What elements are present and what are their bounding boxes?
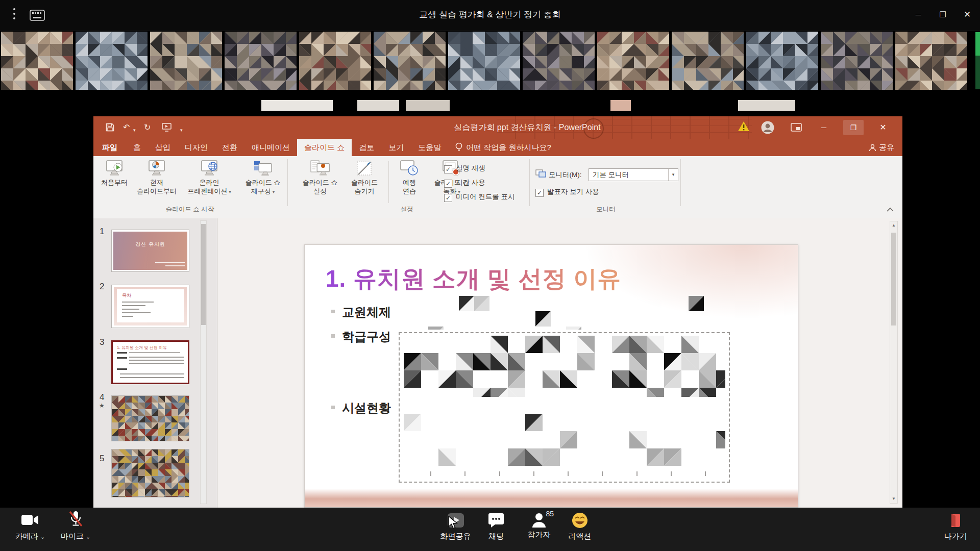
share-label: 공유 bbox=[879, 143, 894, 152]
share-button[interactable]: 공유 bbox=[869, 139, 894, 156]
app-close-button[interactable]: ✕ bbox=[959, 7, 976, 22]
slide-thumbnail-1[interactable]: 경산 유치원 bbox=[111, 230, 189, 272]
participant-video-partial bbox=[261, 100, 333, 111]
tab-design[interactable]: 디자인 bbox=[178, 139, 215, 156]
undo-caret-icon[interactable]: ▾ bbox=[133, 124, 136, 136]
tab-slideshow[interactable]: 슬라이드 쇼 bbox=[297, 139, 352, 156]
tab-insert[interactable]: 삽입 bbox=[148, 139, 178, 156]
slide-number: 3 bbox=[100, 337, 104, 347]
participant-video[interactable] bbox=[746, 32, 818, 90]
slide-thumbnail-5[interactable] bbox=[111, 449, 189, 497]
participant-video[interactable] bbox=[821, 32, 893, 90]
use-presenter-view-checkbox[interactable]: ✓발표자 보기 사용 bbox=[535, 187, 599, 196]
slide-decoration-bottom bbox=[305, 489, 798, 507]
participant-video-partial bbox=[610, 100, 631, 111]
ppt-restore-button[interactable]: ❐ bbox=[843, 120, 864, 135]
participant-video[interactable] bbox=[523, 32, 595, 90]
ppt-window-title: 실습평가회 ppt 경산유치원 - PowerPoint bbox=[420, 122, 634, 133]
censored-table-ticks bbox=[430, 471, 706, 476]
participant-video[interactable] bbox=[597, 32, 669, 90]
thumbnail-pane-scrollbar[interactable] bbox=[200, 220, 207, 504]
editor-scrollbar[interactable]: ▲ ▼ bbox=[890, 221, 898, 504]
slide-number: 1 bbox=[100, 227, 104, 237]
current-slide-canvas[interactable]: 1. 유치원 소개 및 선정 이유 교원체제 학급구성 시설현황 bbox=[304, 244, 798, 508]
tab-home[interactable]: 홈 bbox=[126, 139, 148, 156]
lightbulb-icon bbox=[455, 142, 462, 152]
screen: 교생 실습 평가회 & 상반기 정기 총회 ─ ❐ ✕ bbox=[0, 0, 980, 551]
mouse-cursor bbox=[448, 516, 459, 529]
tab-animations[interactable]: 애니메이션 bbox=[244, 139, 297, 156]
group-label-monitors: 모니터 bbox=[555, 205, 657, 214]
hide-slide-icon bbox=[355, 160, 374, 177]
slide-thumbnail-4[interactable] bbox=[111, 395, 189, 441]
camera-button[interactable]: 카메라⌄ bbox=[9, 511, 51, 541]
selected-table-censored[interactable] bbox=[399, 332, 730, 483]
tell-me-box[interactable]: 어떤 작업을 원하시나요? bbox=[455, 139, 551, 156]
camera-icon bbox=[21, 514, 39, 526]
app-minimize-button[interactable]: ─ bbox=[910, 7, 927, 22]
participant-video-partial bbox=[406, 100, 450, 111]
account-avatar[interactable] bbox=[761, 121, 774, 134]
scroll-down-icon[interactable]: ▼ bbox=[890, 495, 897, 503]
setup-slideshow-button[interactable]: 슬라이드 쇼 설정 bbox=[298, 156, 342, 213]
save-icon[interactable] bbox=[106, 123, 114, 132]
ppt-minimize-button[interactable]: ─ bbox=[814, 120, 834, 135]
scroll-up-icon[interactable]: ▲ bbox=[890, 221, 897, 230]
use-timings-checkbox[interactable]: ✓시간 사용 bbox=[444, 178, 485, 187]
censored-table-upper bbox=[404, 336, 725, 397]
slide-thumbnail-3-selected[interactable]: 1. 유치원 소개 및 선정 이유 bbox=[111, 340, 189, 384]
slide-number: 4 bbox=[100, 392, 104, 403]
collapse-ribbon-icon[interactable] bbox=[886, 207, 894, 212]
participant-video[interactable] bbox=[448, 32, 520, 90]
meeting-toolbar: 카메라⌄ 마이크⌄ 화면공유 채팅 bbox=[0, 508, 980, 551]
participant-video[interactable] bbox=[895, 32, 967, 90]
reactions-button[interactable]: 리액션 bbox=[559, 511, 600, 541]
slide1-background bbox=[113, 232, 187, 270]
slide5-censored-content bbox=[112, 449, 189, 497]
participants-icon bbox=[531, 512, 547, 529]
tab-help[interactable]: 도움말 bbox=[411, 139, 448, 156]
participant-video[interactable] bbox=[76, 32, 148, 90]
editor-scrollbar-thumb[interactable] bbox=[891, 233, 896, 325]
monitor-dropdown-caret-icon[interactable]: ▾ bbox=[668, 169, 678, 181]
participant-video[interactable] bbox=[150, 32, 222, 90]
tab-view[interactable]: 보기 bbox=[381, 139, 411, 156]
start-slideshow-icon[interactable] bbox=[162, 123, 172, 132]
undo-icon[interactable]: ↶ bbox=[123, 122, 130, 133]
participant-video-strip bbox=[0, 31, 980, 111]
from-beginning-icon bbox=[105, 160, 124, 177]
app-restore-button[interactable]: ❐ bbox=[934, 7, 951, 22]
group-label-start: 슬라이드 쇼 시작 bbox=[139, 205, 241, 214]
qat-customize-icon[interactable]: ▾ bbox=[180, 124, 183, 136]
bullet-icon bbox=[331, 310, 335, 313]
ppt-close-button[interactable]: ✕ bbox=[873, 120, 893, 135]
tab-transitions[interactable]: 전환 bbox=[215, 139, 244, 156]
thumbnail-pane-scrollbar-thumb[interactable] bbox=[201, 224, 206, 325]
meeting-top-bar: 교생 실습 평가회 & 상반기 정기 총회 ─ ❐ ✕ bbox=[0, 0, 980, 31]
mic-button[interactable]: 마이크⌄ bbox=[53, 511, 98, 541]
monitor-dropdown[interactable]: 기본 모니터 ▾ bbox=[589, 168, 678, 181]
checkbox-icon: ✓ bbox=[535, 189, 544, 197]
bullet-icon bbox=[331, 334, 335, 338]
custom-slideshow-button[interactable]: 슬라이드 쇼 재구성▾ bbox=[239, 156, 286, 213]
participant-video[interactable] bbox=[299, 32, 371, 90]
show-media-controls-checkbox[interactable]: ✓미디어 컨트롤 표시 bbox=[444, 192, 515, 202]
participant-video[interactable] bbox=[374, 32, 446, 90]
participant-video[interactable] bbox=[1, 32, 73, 90]
tab-review[interactable]: 검토 bbox=[352, 139, 381, 156]
mic-options-caret-icon[interactable]: ⌄ bbox=[86, 534, 90, 540]
from-beginning-button[interactable]: 처음부터 bbox=[94, 156, 134, 213]
warning-icon[interactable] bbox=[738, 121, 750, 132]
participant-video[interactable] bbox=[672, 32, 744, 90]
tab-file[interactable]: 파일 bbox=[93, 139, 126, 156]
leave-meeting-button[interactable]: 나가기 bbox=[934, 511, 977, 541]
slide-thumbnail-2[interactable]: 목차 bbox=[111, 285, 189, 328]
redo-icon[interactable]: ↻ bbox=[144, 122, 151, 133]
play-narrations-checkbox[interactable]: ✓설명 재생 bbox=[444, 164, 485, 173]
display-settings-icon[interactable] bbox=[791, 123, 802, 132]
participant-video[interactable] bbox=[225, 32, 297, 90]
camera-options-caret-icon[interactable]: ⌄ bbox=[40, 534, 45, 540]
chat-button[interactable]: 채팅 bbox=[477, 511, 516, 541]
video-edge-fragment bbox=[975, 56, 980, 89]
participants-button[interactable]: 85 참가자 bbox=[519, 511, 559, 539]
